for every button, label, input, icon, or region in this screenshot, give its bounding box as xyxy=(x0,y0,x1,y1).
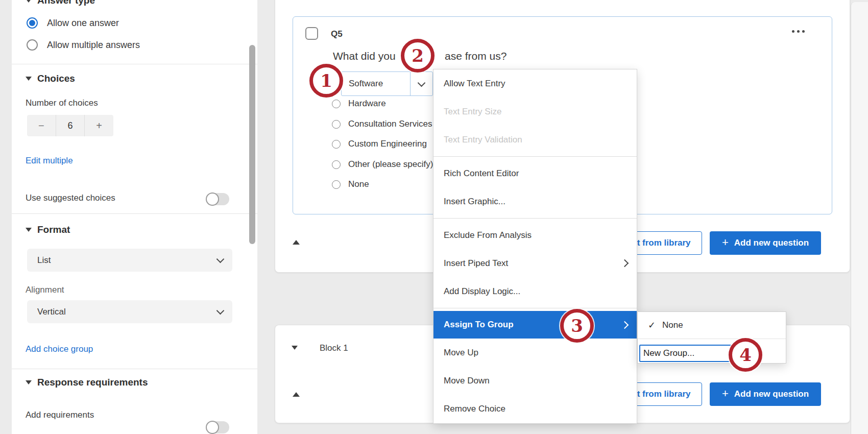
choice-options-dropdown-button[interactable] xyxy=(410,72,432,95)
sidebar-divider xyxy=(12,369,257,369)
radio-label: Allow one answer xyxy=(47,18,119,29)
format-section-header[interactable]: Format xyxy=(26,224,70,235)
radio-unselected-icon[interactable] xyxy=(332,160,341,169)
collapse-block-up-icon[interactable] xyxy=(293,392,300,397)
button-label: Add new question xyxy=(734,238,809,248)
sidebar-scrollbar[interactable] xyxy=(249,45,255,244)
question-id: Q5 xyxy=(331,29,343,39)
choice-label: Consultation Services xyxy=(348,119,432,129)
menu-divider xyxy=(433,215,637,221)
menu-item-label: Allow Text Entry xyxy=(444,79,505,89)
choice-row-none[interactable]: None xyxy=(332,178,369,190)
menu-item-allow-text-entry[interactable]: Allow Text Entry xyxy=(433,69,637,98)
radio-unselected-icon[interactable] xyxy=(332,120,341,129)
choice-row-consultation-services[interactable]: Consultation Services xyxy=(332,118,432,130)
section-title: Format xyxy=(37,224,70,235)
menu-item-exclude-from-analysis[interactable]: Exclude From Analysis xyxy=(433,221,637,249)
menu-divider xyxy=(433,305,637,311)
choice-edit-input[interactable]: Software xyxy=(342,72,410,95)
menu-item-label: Remove Choice xyxy=(444,404,505,414)
alignment-label: Alignment xyxy=(26,285,64,295)
edit-multiple-link[interactable]: Edit multiple xyxy=(26,156,73,166)
choice-row-hardware[interactable]: Hardware xyxy=(332,98,386,110)
question-text-suffix[interactable]: ase from us? xyxy=(445,50,507,62)
annotation-step-1: 1 xyxy=(309,64,343,98)
choices-section-header[interactable]: Choices xyxy=(26,73,75,84)
add-new-question-button[interactable]: + Add new question xyxy=(710,382,821,406)
menu-item-label: Text Entry Size xyxy=(444,107,501,117)
collapse-icon xyxy=(26,380,32,384)
menu-item-move-down[interactable]: Move Down xyxy=(433,367,637,395)
plus-icon: + xyxy=(722,387,729,400)
annotation-step-4: 4 xyxy=(729,338,762,372)
chevron-down-icon xyxy=(216,255,225,263)
toggle-knob xyxy=(206,421,219,434)
format-type-dropdown[interactable]: List xyxy=(27,249,232,272)
menu-item-insert-graphic[interactable]: Insert Graphic... xyxy=(433,187,637,215)
radio-selected-icon[interactable] xyxy=(27,17,38,29)
stepper-decrement-button[interactable]: − xyxy=(27,115,56,136)
response-requirements-section-header[interactable]: Response requirements xyxy=(26,377,148,388)
menu-item-rich-content-editor[interactable]: Rich Content Editor xyxy=(433,159,637,187)
window-scrollbar-track[interactable] xyxy=(851,2,868,434)
plus-icon: + xyxy=(722,236,729,249)
add-choice-group-link[interactable]: Add choice group xyxy=(26,344,93,354)
add-new-question-button[interactable]: + Add new question xyxy=(710,231,821,255)
question-text-prefix[interactable]: What did you xyxy=(333,50,396,62)
block-collapse-icon[interactable] xyxy=(292,346,298,350)
collapse-block-up-icon[interactable] xyxy=(293,240,300,245)
menu-item-assign-to-group[interactable]: Assign To Group xyxy=(433,311,637,339)
menu-item-text-entry-validation: Text Entry Validation xyxy=(433,126,637,154)
submenu-item-none[interactable]: ✓ None xyxy=(638,312,786,339)
radio-unselected-icon[interactable] xyxy=(332,180,341,189)
sidebar-divider xyxy=(12,213,257,214)
answer-type-section-header[interactable]: Answer type xyxy=(26,0,95,6)
menu-item-insert-piped-text[interactable]: Insert Piped Text xyxy=(433,249,637,277)
section-title: Answer type xyxy=(37,0,95,6)
choice-row-other-please-specify[interactable]: Other (please specify) xyxy=(332,158,433,171)
menu-item-move-up[interactable]: Move Up xyxy=(433,339,637,367)
submenu-item-label: None xyxy=(662,320,683,330)
use-suggested-choices-toggle[interactable] xyxy=(206,193,229,205)
question-more-options-icon[interactable] xyxy=(792,30,805,33)
add-requirements-label: Add requirements xyxy=(26,410,94,420)
section-title: Response requirements xyxy=(37,377,148,388)
radio-unselected-icon[interactable] xyxy=(332,140,341,149)
assign-to-group-submenu: ✓ None xyxy=(637,311,786,364)
choice-label: None xyxy=(348,179,369,189)
chevron-down-icon xyxy=(418,79,426,87)
new-group-name-input[interactable] xyxy=(639,345,732,362)
menu-item-text-entry-size: Text Entry Size xyxy=(433,98,637,126)
question-select-checkbox[interactable] xyxy=(305,27,318,40)
checkmark-icon: ✓ xyxy=(648,320,656,331)
number-of-choices-label: Number of choices xyxy=(26,98,98,108)
choices-count-stepper: − 6 + xyxy=(27,115,113,136)
radio-unselected-icon[interactable] xyxy=(27,39,38,51)
answer-type-option-one[interactable]: Allow one answer xyxy=(27,17,119,29)
dropdown-value: List xyxy=(37,255,51,266)
menu-item-label: Assign To Group xyxy=(444,320,514,330)
radio-unselected-icon[interactable] xyxy=(332,100,341,108)
button-label: Add new question xyxy=(734,389,809,399)
alignment-dropdown[interactable]: Vertical xyxy=(27,300,232,323)
menu-item-label: Text Entry Validation xyxy=(444,135,522,145)
chevron-down-icon xyxy=(216,307,225,315)
stepper-value[interactable]: 6 xyxy=(56,115,85,136)
menu-item-label: Exclude From Analysis xyxy=(444,230,532,240)
menu-item-remove-choice[interactable]: Remove Choice xyxy=(433,395,637,423)
choice-row-custom-engineering[interactable]: Custom Engineering xyxy=(332,138,427,150)
annotation-step-2: 2 xyxy=(401,39,435,73)
answer-type-option-multiple[interactable]: Allow multiple answers xyxy=(27,39,140,51)
collapse-icon xyxy=(26,0,32,3)
chevron-right-icon xyxy=(621,321,629,329)
stepper-increment-button[interactable]: + xyxy=(85,115,113,136)
menu-item-label: Move Down xyxy=(444,376,490,386)
section-title: Choices xyxy=(37,73,75,84)
choice-label: Hardware xyxy=(348,99,386,109)
block-title[interactable]: Block 1 xyxy=(320,343,348,353)
add-requirements-toggle[interactable] xyxy=(206,421,229,433)
choice-label: Other (please specify) xyxy=(348,159,433,170)
menu-item-add-display-logic[interactable]: Add Display Logic... xyxy=(433,277,637,305)
choice-label: Custom Engineering xyxy=(348,139,427,149)
choice-context-menu: Allow Text EntryText Entry SizeText Entr… xyxy=(433,69,637,424)
